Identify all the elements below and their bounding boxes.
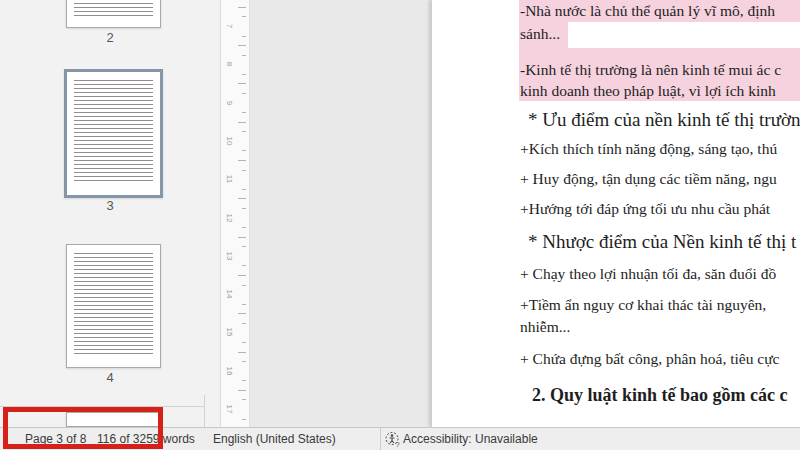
ruler-tick [238,237,246,238]
ruler-number: 8 [222,57,236,71]
ruler-tick [242,131,246,132]
ruler-tick [238,198,246,199]
ruler-number: 15 [222,325,236,339]
accessibility-icon: ? [385,431,401,448]
vertical-ruler: 7891011121314151617 [220,0,250,427]
ruler-tick [242,112,246,113]
ruler-number: 10 [222,134,236,148]
ruler-tick [238,45,246,46]
ruler-tick [242,265,246,266]
ruler-tick [242,208,246,209]
doc-line: +Hướng tới đáp ứng tối ưu nhu cầu phát [520,199,770,219]
ruler-tick [242,323,246,324]
pane-divider-vertical [204,395,205,427]
thumbnail-pane: 234 [0,0,220,427]
ruler-tick [242,36,246,37]
doc-line: +Kích thích tính năng động, sáng tạo, th… [520,139,777,159]
page-thumbnail-3[interactable] [64,69,163,198]
page-thumbnail-label: 3 [0,198,220,213]
ruler-number: 9 [222,96,236,110]
ruler-tick [242,227,246,228]
doc-line: +Tiềm ẩn nguy cơ khai thác tài nguyên, [520,295,766,315]
doc-line: * Nhược điểm của Nền kinh tế thị t [528,230,796,254]
doc-line: kinh doanh theo pháp luật, vì lợi ích ki… [520,81,776,101]
ruler-tick [238,390,246,391]
ruler-number: 13 [222,249,236,263]
ruler-tick [238,313,246,314]
thumbnail-text-preview [74,80,153,184]
doc-line: -Kinh tế thị trường là nên kinh tế mui á… [520,60,781,80]
ruler-number: 14 [222,287,236,301]
ruler-number: 17 [222,402,236,416]
doc-line: * Ưu điểm của nền kinh tế thị trườn [528,108,800,132]
doc-line: -Nhà nước là chủ thể quản lý vĩ mô, định [520,1,775,21]
thumbnail-text-preview [74,253,153,356]
ruler-tick [238,7,246,8]
ruler-tick [242,246,246,247]
doc-line: + Chạy theo lợi nhuận tối đa, săn đuổi đ… [520,264,776,284]
ruler-tick [242,361,246,362]
document-page[interactable]: -Nhà nước là chủ thể quản lý vĩ mô, định… [431,0,800,427]
ruler-tick [238,122,246,123]
ruler-tick [242,150,246,151]
status-bar-divider [380,428,381,450]
ruler-tick [242,285,246,286]
ruler-tick [242,304,246,305]
ruler-tick [238,275,246,276]
ruler-tick [242,399,246,400]
ruler-tick [242,342,246,343]
annotation-red-box [3,407,163,449]
ruler-number: 11 [222,172,236,186]
ruler-tick [238,160,246,161]
doc-line: nhiễm... [520,317,570,337]
thumbnail-text-preview [74,0,153,16]
ruler-number: 7 [222,19,236,33]
ruler-tick [242,380,246,381]
ruler-tick [242,419,246,420]
ruler-tick [238,83,246,84]
ruler-tick [238,352,246,353]
ruler-tick [242,74,246,75]
ruler-tick [242,16,246,17]
ruler-number: 12 [222,211,236,225]
accessibility-status[interactable]: Accessibility: Unavailable [403,432,538,446]
doc-line: sánh... [520,24,560,44]
page-thumbnail-label: 2 [0,30,220,45]
page-thumbnail-2[interactable] [66,0,161,28]
ruler-tick [242,170,246,171]
page-thumbnail-label: 4 [0,370,220,385]
language-indicator[interactable]: English (United States) [213,432,336,446]
pink-highlight-gap [568,22,800,48]
ruler-number: 16 [222,364,236,378]
page-thumbnail-4[interactable] [66,244,161,368]
ruler-tick [242,93,246,94]
doc-line: + Huy động, tận dụng các tiềm năng, ngu [520,169,777,189]
svg-text:?: ? [396,440,400,448]
ruler-tick [242,189,246,190]
ruler-tick [242,55,246,56]
doc-line: 2. Quy luật kinh tế bao gồm các c [532,383,788,407]
doc-line: + Chứa đựng bất công, phân hoá, tiêu cực [520,349,780,369]
